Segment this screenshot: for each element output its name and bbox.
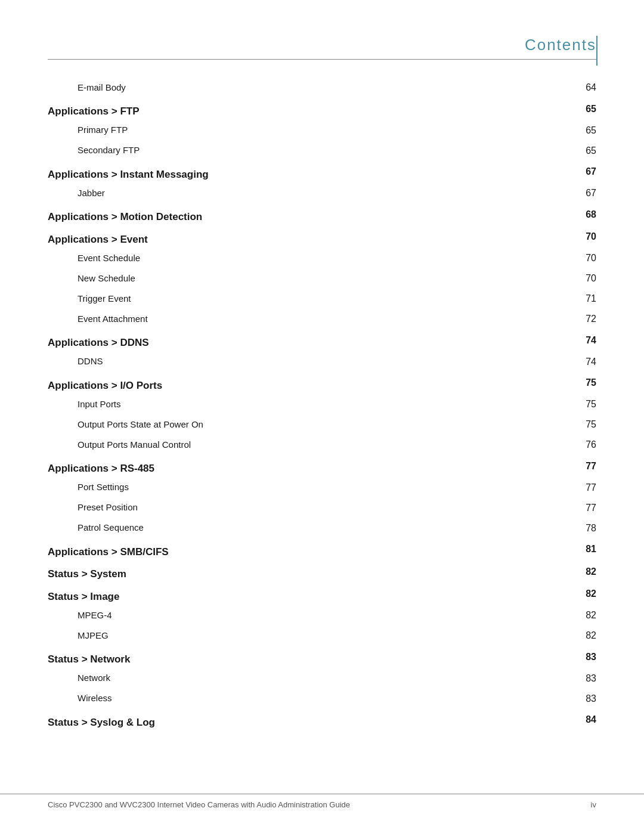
toc-entry-text: Preset Position xyxy=(48,498,514,518)
toc-entry-page: 75 xyxy=(514,372,596,395)
toc-entry-page: 68 xyxy=(514,203,596,226)
toc-row: Patrol Sequence78 xyxy=(48,518,596,538)
toc-row: Applications > RS-48577 xyxy=(48,455,596,478)
toc-entry-text: Input Ports xyxy=(48,394,514,414)
toc-row: Applications > Event70 xyxy=(48,226,596,249)
toc-entry-text: Applications > RS-485 xyxy=(48,455,514,478)
toc-entry-text: Status > System xyxy=(48,561,514,583)
toc-entry-text: Output Ports Manual Control xyxy=(48,435,514,455)
toc-row: E-mail Body64 xyxy=(48,78,596,98)
toc-row: Status > Network83 xyxy=(48,646,596,668)
toc-row: Secondary FTP65 xyxy=(48,141,596,161)
toc-entry-text: Applications > DDNS xyxy=(48,329,514,352)
toc-entry-page: 70 xyxy=(514,226,596,249)
toc-entry-text: MJPEG xyxy=(48,625,514,646)
page-container: Contents E-mail Body64Applications > FTP… xyxy=(0,0,644,833)
toc-entry-text: Patrol Sequence xyxy=(48,518,514,538)
toc-entry-page: 82 xyxy=(514,605,596,625)
toc-entry-page: 67 xyxy=(514,183,596,203)
toc-row: Applications > SMB/CIFS81 xyxy=(48,538,596,561)
page-title: Contents xyxy=(48,36,596,54)
toc-row: Primary FTP65 xyxy=(48,120,596,141)
toc-row: Applications > I/O Ports75 xyxy=(48,372,596,395)
toc-entry-text: Status > Network xyxy=(48,646,514,668)
toc-row: Status > Syslog & Log84 xyxy=(48,709,596,732)
toc-row: Wireless83 xyxy=(48,689,596,709)
toc-row: Applications > DDNS74 xyxy=(48,329,596,352)
toc-row: Status > System82 xyxy=(48,561,596,583)
toc-table: E-mail Body64Applications > FTP65Primary… xyxy=(48,78,596,731)
toc-row: Input Ports75 xyxy=(48,394,596,414)
toc-entry-text: New Schedule xyxy=(48,268,514,289)
toc-entry-page: 82 xyxy=(514,561,596,583)
content-area: E-mail Body64Applications > FTP65Primary… xyxy=(0,60,644,749)
toc-entry-text: Network xyxy=(48,668,514,689)
toc-entry-text: Status > Syslog & Log xyxy=(48,709,514,732)
toc-row: MJPEG82 xyxy=(48,625,596,646)
toc-entry-page: 67 xyxy=(514,161,596,184)
footer-page-number: iv xyxy=(591,800,596,809)
toc-entry-text: Applications > SMB/CIFS xyxy=(48,538,514,561)
footer: Cisco PVC2300 and WVC2300 Internet Video… xyxy=(0,794,644,815)
toc-entry-text: Applications > I/O Ports xyxy=(48,372,514,395)
toc-entry-page: 75 xyxy=(514,394,596,414)
header-accent xyxy=(596,36,597,66)
toc-row: Applications > Instant Messaging67 xyxy=(48,161,596,184)
toc-entry-page: 71 xyxy=(514,289,596,309)
toc-entry-page: 70 xyxy=(514,248,596,268)
toc-entry-text: Event Schedule xyxy=(48,248,514,268)
toc-entry-page: 78 xyxy=(514,518,596,538)
toc-entry-text: Secondary FTP xyxy=(48,141,514,161)
toc-row: MPEG-482 xyxy=(48,605,596,625)
toc-entry-page: 65 xyxy=(514,98,596,120)
toc-entry-page: 84 xyxy=(514,709,596,732)
toc-row: Applications > FTP65 xyxy=(48,98,596,120)
toc-entry-text: Applications > Event xyxy=(48,226,514,249)
toc-entry-page: 77 xyxy=(514,455,596,478)
toc-entry-text: Applications > Instant Messaging xyxy=(48,161,514,184)
toc-entry-text: Port Settings xyxy=(48,478,514,498)
toc-entry-page: 77 xyxy=(514,498,596,518)
toc-entry-text: Applications > Motion Detection xyxy=(48,203,514,226)
toc-row: Status > Image82 xyxy=(48,583,596,606)
toc-entry-page: 76 xyxy=(514,435,596,455)
toc-row: Applications > Motion Detection68 xyxy=(48,203,596,226)
toc-row: Output Ports Manual Control76 xyxy=(48,435,596,455)
toc-entry-page: 83 xyxy=(514,646,596,668)
toc-entry-page: 82 xyxy=(514,583,596,606)
toc-entry-page: 74 xyxy=(514,329,596,352)
toc-entry-page: 65 xyxy=(514,141,596,161)
toc-entry-text: Applications > FTP xyxy=(48,98,514,120)
toc-entry-text: Jabber xyxy=(48,183,514,203)
footer-text: Cisco PVC2300 and WVC2300 Internet Video… xyxy=(48,800,350,809)
toc-entry-page: 72 xyxy=(514,309,596,329)
toc-row: DDNS74 xyxy=(48,352,596,372)
header-divider xyxy=(48,59,596,60)
toc-row: Output Ports State at Power On75 xyxy=(48,414,596,435)
toc-entry-page: 82 xyxy=(514,625,596,646)
toc-entry-page: 64 xyxy=(514,78,596,98)
toc-entry-page: 83 xyxy=(514,668,596,689)
toc-entry-text: Primary FTP xyxy=(48,120,514,141)
toc-entry-page: 81 xyxy=(514,538,596,561)
toc-entry-page: 74 xyxy=(514,352,596,372)
toc-row: Event Schedule70 xyxy=(48,248,596,268)
toc-row: New Schedule70 xyxy=(48,268,596,289)
toc-entry-text: Status > Image xyxy=(48,583,514,606)
toc-entry-text: Wireless xyxy=(48,689,514,709)
toc-entry-text: MPEG-4 xyxy=(48,605,514,625)
toc-row: Network83 xyxy=(48,668,596,689)
toc-row: Jabber67 xyxy=(48,183,596,203)
toc-row: Event Attachment72 xyxy=(48,309,596,329)
toc-entry-text: Output Ports State at Power On xyxy=(48,414,514,435)
toc-entry-page: 70 xyxy=(514,268,596,289)
toc-entry-text: Trigger Event xyxy=(48,289,514,309)
toc-entry-text: E-mail Body xyxy=(48,78,514,98)
toc-entry-page: 75 xyxy=(514,414,596,435)
toc-row: Preset Position77 xyxy=(48,498,596,518)
toc-entry-page: 77 xyxy=(514,478,596,498)
toc-entry-text: DDNS xyxy=(48,352,514,372)
toc-entry-page: 83 xyxy=(514,689,596,709)
header-area: Contents xyxy=(0,0,644,60)
toc-row: Trigger Event71 xyxy=(48,289,596,309)
